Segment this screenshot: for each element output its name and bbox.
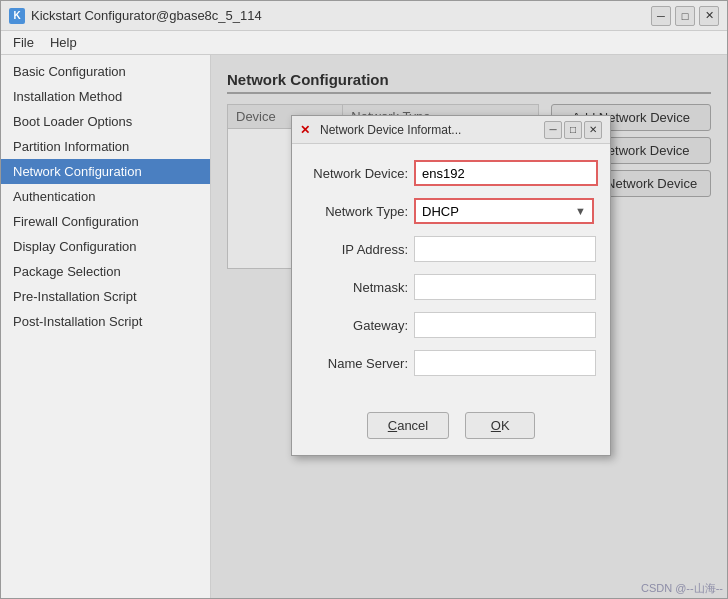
dialog-title-bar: ✕ Network Device Informat... ─ □ ✕ <box>292 116 610 144</box>
network-device-row: Network Device: <box>308 160 594 186</box>
dialog-maximize-button[interactable]: □ <box>564 121 582 139</box>
sidebar: Basic Configuration Installation Method … <box>1 55 211 598</box>
menu-file[interactable]: File <box>5 33 42 52</box>
close-button[interactable]: ✕ <box>699 6 719 26</box>
dialog-buttons: Cancel OK <box>292 404 610 455</box>
gateway-input[interactable] <box>414 312 596 338</box>
dialog-title: Network Device Informat... <box>320 123 461 137</box>
gateway-label: Gateway: <box>308 318 408 333</box>
ok-underline-char: O <box>491 418 501 433</box>
title-bar-left: K Kickstart Configurator@gbase8c_5_114 <box>9 8 262 24</box>
dialog-content: Network Device: Network Type: DHCP Stati… <box>292 144 610 404</box>
network-type-label: Network Type: <box>308 204 408 219</box>
cancel-rest: ancel <box>397 418 428 433</box>
sidebar-item-display-configuration[interactable]: Display Configuration <box>1 234 210 259</box>
menu-bar: File Help <box>1 31 727 55</box>
netmask-row: Netmask: <box>308 274 594 300</box>
sidebar-item-pre-installation[interactable]: Pre-Installation Script <box>1 284 210 309</box>
title-bar: K Kickstart Configurator@gbase8c_5_114 ─… <box>1 1 727 31</box>
gateway-row: Gateway: <box>308 312 594 338</box>
sidebar-item-package-selection[interactable]: Package Selection <box>1 259 210 284</box>
ip-address-row: IP Address: <box>308 236 594 262</box>
ok-button[interactable]: OK <box>465 412 535 439</box>
cancel-button[interactable]: Cancel <box>367 412 449 439</box>
dialog-icon: ✕ <box>300 123 314 137</box>
sidebar-item-network-configuration[interactable]: Network Configuration <box>1 159 210 184</box>
sidebar-item-boot-loader-options[interactable]: Boot Loader Options <box>1 109 210 134</box>
sidebar-item-installation-method[interactable]: Installation Method <box>1 84 210 109</box>
main-content: Network Configuration Device Network Typ… <box>211 55 727 598</box>
network-device-label: Network Device: <box>308 166 408 181</box>
dialog-close-button[interactable]: ✕ <box>584 121 602 139</box>
sidebar-item-post-installation[interactable]: Post-Installation Script <box>1 309 210 334</box>
ip-address-input[interactable] <box>414 236 596 262</box>
sidebar-item-firewall-configuration[interactable]: Firewall Configuration <box>1 209 210 234</box>
network-type-row: Network Type: DHCP Static BOOTP ▼ <box>308 198 594 224</box>
netmask-input[interactable] <box>414 274 596 300</box>
network-type-select[interactable]: DHCP Static BOOTP <box>416 202 592 221</box>
name-server-label: Name Server: <box>308 356 408 371</box>
ip-address-label: IP Address: <box>308 242 408 257</box>
dialog-title-controls: ─ □ ✕ <box>544 121 602 139</box>
name-server-input[interactable] <box>414 350 596 376</box>
dialog-minimize-button[interactable]: ─ <box>544 121 562 139</box>
network-device-input[interactable] <box>414 160 598 186</box>
dialog-overlay: ✕ Network Device Informat... ─ □ ✕ <box>211 55 727 598</box>
title-bar-controls: ─ □ ✕ <box>651 6 719 26</box>
sidebar-item-authentication[interactable]: Authentication <box>1 184 210 209</box>
ok-rest: K <box>501 418 510 433</box>
sidebar-item-partition-information[interactable]: Partition Information <box>1 134 210 159</box>
content-area: Basic Configuration Installation Method … <box>1 55 727 598</box>
netmask-label: Netmask: <box>308 280 408 295</box>
dialog-title-left: ✕ Network Device Informat... <box>300 123 461 137</box>
network-device-dialog: ✕ Network Device Informat... ─ □ ✕ <box>291 115 611 456</box>
main-window: K Kickstart Configurator@gbase8c_5_114 ─… <box>0 0 728 599</box>
cancel-underline-char: C <box>388 418 397 433</box>
menu-help[interactable]: Help <box>42 33 85 52</box>
name-server-row: Name Server: <box>308 350 594 376</box>
app-icon: K <box>9 8 25 24</box>
network-type-select-container: DHCP Static BOOTP ▼ <box>414 198 594 224</box>
window-title: Kickstart Configurator@gbase8c_5_114 <box>31 8 262 23</box>
minimize-button[interactable]: ─ <box>651 6 671 26</box>
sidebar-item-basic-configuration[interactable]: Basic Configuration <box>1 59 210 84</box>
maximize-button[interactable]: □ <box>675 6 695 26</box>
